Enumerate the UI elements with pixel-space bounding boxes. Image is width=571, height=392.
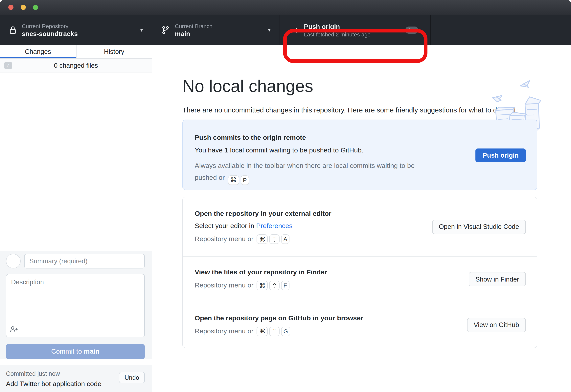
traffic-lights bbox=[8, 5, 38, 10]
last-commit-banner: Committed just now Add Twitter bot appli… bbox=[0, 365, 152, 392]
suggestion-row-editor: Open the repository in your external edi… bbox=[183, 197, 537, 256]
suggestion-shortcut-hint: Repository menu or⌘⇧G bbox=[195, 326, 363, 336]
close-window-button[interactable] bbox=[8, 5, 14, 10]
sidebar: Changes History ✓ 0 changed files bbox=[0, 45, 152, 392]
suggestion-title: Open the repository page on GitHub in yo… bbox=[195, 314, 363, 322]
screenshot-viewport: Current Repository snes-soundtracks ▼ Cu… bbox=[0, 0, 571, 392]
shift-key: ⇧ bbox=[270, 281, 280, 290]
cmd-key: ⌘ bbox=[257, 326, 268, 336]
push-commits-card: Push commits to the origin remote You ha… bbox=[182, 120, 537, 190]
open-in-editor-button[interactable]: Open in Visual Studio Code bbox=[432, 220, 526, 234]
push-card-title: Push commits to the origin remote bbox=[195, 133, 525, 142]
avatar bbox=[6, 254, 21, 268]
chevron-down-icon: ▼ bbox=[139, 27, 144, 33]
zoom-window-button[interactable] bbox=[33, 5, 38, 10]
push-origin-button[interactable]: Push origin bbox=[476, 149, 526, 162]
titlebar bbox=[0, 0, 571, 15]
main-content: No local changes There are no uncommitte… bbox=[152, 45, 571, 392]
current-branch-value: main bbox=[175, 30, 212, 37]
suggestion-row-finder: View the files of your repository in Fin… bbox=[183, 256, 537, 302]
current-repository-label: Current Repository bbox=[22, 23, 78, 29]
arrow-up-icon: ↑ bbox=[294, 25, 298, 35]
suggestions-card: Open the repository in your external edi… bbox=[182, 197, 537, 348]
add-coauthor-icon[interactable] bbox=[10, 326, 18, 334]
changes-list-empty-area bbox=[0, 72, 152, 251]
push-origin-toolbar-button[interactable]: ↑ Push origin Last fetched 2 minutes ago… bbox=[280, 15, 431, 45]
cmd-key: ⌘ bbox=[228, 175, 239, 185]
p-key: P bbox=[240, 175, 249, 185]
git-branch-icon bbox=[162, 26, 169, 34]
f-key: F bbox=[281, 281, 289, 290]
current-repository-value: snes-soundtracks bbox=[22, 30, 78, 37]
shift-key: ⇧ bbox=[270, 234, 280, 244]
push-card-hint: Always available in the toolbar when the… bbox=[195, 160, 480, 185]
shift-key: ⇧ bbox=[270, 326, 280, 336]
ahead-commits-badge: 1 ↑ bbox=[405, 27, 418, 34]
suggestion-shortcut-hint: Repository menu or⌘⇧F bbox=[195, 281, 327, 290]
undo-button[interactable]: Undo bbox=[119, 372, 145, 383]
suggestion-shortcut-hint: Repository menu or⌘⇧A bbox=[195, 234, 331, 244]
changed-files-row: ✓ 0 changed files bbox=[0, 59, 152, 72]
commit-form: Commit to main bbox=[0, 251, 152, 359]
push-origin-title: Push origin bbox=[304, 23, 371, 30]
app-body: Changes History ✓ 0 changed files bbox=[0, 45, 571, 392]
current-branch-label: Current Branch bbox=[175, 23, 212, 29]
sidebar-tabs: Changes History bbox=[0, 45, 152, 59]
suggestion-subtitle: Select your editor in Preferences bbox=[195, 222, 331, 230]
commit-description-input[interactable] bbox=[6, 274, 144, 337]
current-branch-dropdown[interactable]: Current Branch main ▼ bbox=[152, 15, 280, 45]
commit-description-box bbox=[6, 274, 145, 337]
g-key: G bbox=[281, 326, 290, 336]
cmd-key: ⌘ bbox=[257, 281, 268, 290]
tab-history[interactable]: History bbox=[76, 45, 152, 58]
tab-changes[interactable]: Changes bbox=[0, 45, 76, 58]
push-origin-subtitle: Last fetched 2 minutes ago bbox=[304, 31, 371, 37]
commit-summary-input[interactable] bbox=[24, 254, 145, 268]
a-key: A bbox=[281, 234, 290, 244]
preferences-link[interactable]: Preferences bbox=[256, 222, 292, 230]
show-in-finder-button[interactable]: Show in Finder bbox=[469, 272, 526, 286]
view-on-github-button[interactable]: View on GitHub bbox=[467, 318, 526, 332]
github-desktop-window: Current Repository snes-soundtracks ▼ Cu… bbox=[0, 0, 571, 392]
page-subtitle: There are no uncommitted changes in this… bbox=[182, 105, 520, 116]
changed-files-count: 0 changed files bbox=[0, 62, 152, 69]
current-repository-dropdown[interactable]: Current Repository snes-soundtracks ▼ bbox=[0, 15, 152, 45]
suggestion-title: View the files of your repository in Fin… bbox=[195, 268, 327, 277]
suggestion-title: Open the repository in your external edi… bbox=[195, 210, 331, 218]
toolbar: Current Repository snes-soundtracks ▼ Cu… bbox=[0, 15, 571, 45]
lock-icon bbox=[10, 26, 16, 34]
chevron-down-icon: ▼ bbox=[267, 27, 272, 33]
cmd-key: ⌘ bbox=[257, 234, 268, 244]
minimize-window-button[interactable] bbox=[21, 5, 26, 10]
commit-to-main-button[interactable]: Commit to main bbox=[6, 344, 145, 359]
suggestion-row-github: Open the repository page on GitHub in yo… bbox=[183, 302, 537, 348]
